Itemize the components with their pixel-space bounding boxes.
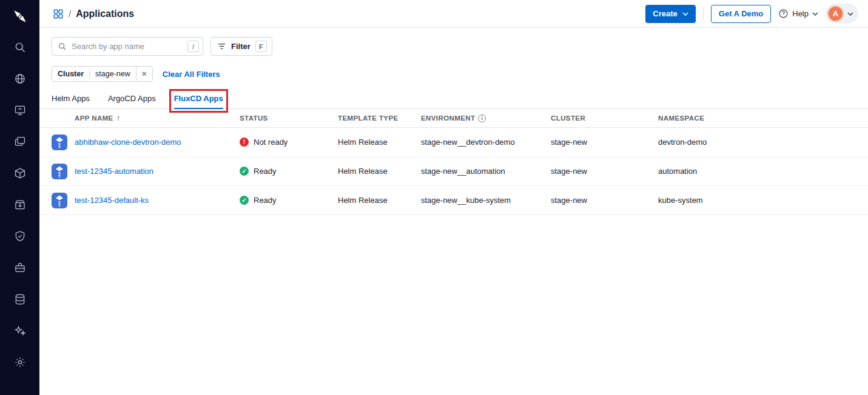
main-content: / Applications Create Get A Demo Help A: [39, 0, 868, 395]
flux-app-icon: [52, 193, 67, 208]
create-button[interactable]: Create: [645, 5, 695, 23]
search-icon[interactable]: [8, 35, 32, 59]
filter-chip-cluster: Cluster stage-new ✕: [52, 66, 153, 82]
template-type-cell: Helm Release: [338, 138, 421, 147]
jobs-briefcase-icon[interactable]: [8, 256, 32, 280]
status-icon: !: [240, 138, 249, 147]
chart-store-cube-icon[interactable]: [8, 161, 32, 185]
chevron-down-icon: [847, 12, 853, 16]
applied-filters: Cluster stage-new ✕ Clear All Filters: [39, 56, 868, 82]
clear-all-filters-link[interactable]: Clear All Filters: [163, 70, 220, 79]
search-input[interactable]: [72, 42, 183, 51]
cluster-cell: stage-new: [551, 167, 658, 176]
status-text: Not ready: [254, 138, 288, 147]
chip-close-icon[interactable]: ✕: [136, 67, 152, 81]
chevron-down-icon: [682, 12, 688, 16]
status-text: Ready: [254, 196, 277, 205]
ai-sparkles-icon[interactable]: [8, 319, 32, 343]
applications-grid-icon[interactable]: [53, 8, 64, 19]
table-row[interactable]: abhibhaw-clone-devtron-demo ! Not ready …: [39, 128, 868, 157]
app-type-tabs: Helm Apps ArgoCD Apps FluxCD Apps: [39, 82, 868, 109]
status-text: Ready: [254, 167, 277, 176]
search-icon: [58, 42, 67, 51]
sidebar: [0, 0, 39, 395]
help-label: Help: [792, 9, 809, 18]
search-box[interactable]: /: [52, 37, 203, 56]
toolbar: / Filter F: [39, 28, 868, 56]
page-title: Applications: [76, 8, 134, 19]
tab-fluxcd-apps[interactable]: FluxCD Apps: [174, 90, 223, 108]
template-type-cell: Helm Release: [338, 167, 421, 176]
tab-argocd-apps[interactable]: ArgoCD Apps: [108, 90, 156, 108]
breadcrumb-separator: /: [69, 8, 71, 19]
user-menu[interactable]: A: [826, 4, 858, 24]
status-icon: ✓: [240, 167, 249, 176]
filter-shortcut-badge: F: [255, 41, 267, 52]
cluster-cell: stage-new: [551, 138, 658, 147]
resource-browser-globe-icon[interactable]: [8, 67, 32, 91]
app-root: / Applications Create Get A Demo Help A: [0, 0, 868, 395]
environment-cell: stage-new__automation: [421, 167, 551, 176]
releases-box-icon[interactable]: [8, 193, 32, 217]
avatar: A: [827, 5, 844, 22]
chip-key: Cluster: [52, 70, 89, 78]
namespace-cell: kube-system: [658, 196, 856, 205]
table-row[interactable]: test-12345-automation ✓ Ready Helm Relea…: [39, 157, 868, 186]
column-template-type: TEMPLATE TYPE: [338, 115, 421, 122]
app-name-link[interactable]: abhibhaw-clone-devtron-demo: [75, 138, 181, 147]
status-icon: ✓: [240, 196, 249, 205]
environment-cell: stage-new__kube-system: [421, 196, 551, 205]
environment-cell: stage-new__devtron-demo: [421, 138, 551, 147]
tab-helm-apps[interactable]: Helm Apps: [52, 90, 90, 108]
column-namespace: NAMESPACE: [658, 115, 856, 122]
column-cluster: CLUSTER: [551, 115, 658, 122]
deployments-monitor-icon[interactable]: [8, 98, 32, 122]
get-a-demo-button[interactable]: Get A Demo: [711, 5, 771, 23]
namespace-cell: automation: [658, 167, 856, 176]
help-menu[interactable]: Help: [778, 8, 818, 19]
template-type-cell: Helm Release: [338, 196, 421, 205]
devtron-logo[interactable]: [10, 6, 30, 27]
search-shortcut-badge: /: [187, 41, 199, 52]
info-icon[interactable]: i: [478, 115, 486, 122]
settings-gear-icon[interactable]: [8, 350, 32, 374]
app-stack-icon[interactable]: [8, 130, 32, 154]
chevron-down-icon: [812, 12, 818, 16]
sort-ascending-icon[interactable]: ↑: [116, 114, 120, 122]
top-header: / Applications Create Get A Demo Help A: [39, 0, 868, 28]
table-row[interactable]: test-12345-default-ks ✓ Ready Helm Relea…: [39, 186, 868, 215]
namespace-cell: devtron-demo: [658, 138, 856, 147]
flux-app-icon: [52, 164, 67, 179]
app-name-link[interactable]: test-12345-default-ks: [75, 196, 149, 205]
flux-app-icon: [52, 134, 67, 150]
header-divider: [703, 8, 704, 20]
filter-icon: [217, 42, 226, 51]
help-question-icon: [778, 8, 789, 19]
chip-value: stage-new: [89, 70, 136, 78]
cluster-cell: stage-new: [551, 196, 658, 205]
column-status: STATUS: [240, 115, 338, 122]
security-shield-icon[interactable]: [8, 224, 32, 248]
column-environment: ENVIRONMENT i: [421, 115, 551, 122]
app-name-link[interactable]: test-12345-automation: [75, 167, 153, 176]
resource-stack-database-icon[interactable]: [8, 287, 32, 311]
breadcrumb: / Applications: [53, 8, 134, 19]
filter-button[interactable]: Filter F: [210, 37, 272, 56]
table-body: abhibhaw-clone-devtron-demo ! Not ready …: [39, 128, 868, 215]
column-app-name[interactable]: APP NAME ↑: [52, 114, 240, 122]
table-header: APP NAME ↑ STATUS TEMPLATE TYPE ENVIRONM…: [39, 109, 868, 128]
header-actions: Create Get A Demo Help A: [645, 4, 858, 24]
